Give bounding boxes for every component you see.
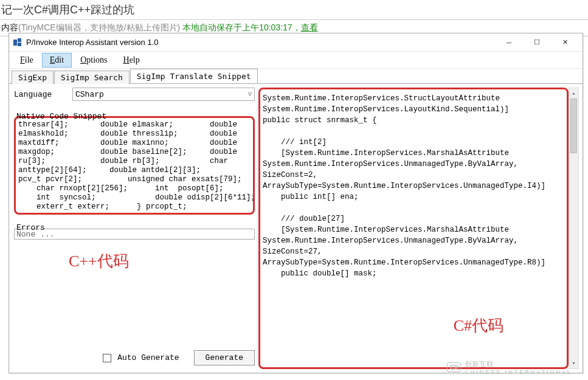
right-panel: System.Runtime.InteropServices.StructLay… [258,84,583,373]
svg-rect-2 [18,43,21,46]
view-link[interactable]: 查看 [301,22,318,32]
tab-sigexp[interactable]: SigExp [12,71,54,84]
autosave-text: 本地自动保存于上午10:03:17， [182,22,301,32]
annotation-cs: C#代码 [454,315,503,336]
tab-bar: SigExp SigImp Search SigImp Translate Sn… [9,69,583,83]
native-snippet-label: Native Code Snippet [15,112,256,121]
maximize-button[interactable]: ☐ [523,33,551,52]
page-title: 记一次C#调用C++踩过的坑 [0,0,588,20]
menubar: File Edit Options Help [9,52,583,69]
chevron-down-icon: ▽ [248,91,252,98]
svg-rect-0 [13,40,17,46]
watermark-en: CHINESE INTERNATIONAL [465,370,572,375]
tab-sigimp-search[interactable]: SigImp Search [54,71,130,84]
content-sub: (TinyMCE编辑器，支持拖放/粘贴上传图片) [18,22,182,32]
window-title: P/Invoke Interop Assistant version 1.0 [26,38,495,47]
minimize-button[interactable]: ─ [495,33,523,52]
vertical-scrollbar[interactable]: ▴ ▾ [569,88,579,369]
auto-generate-checkbox[interactable] [103,354,111,362]
left-panel: Language CSharp ▽ Native Code Snippet th… [9,84,258,373]
menu-help[interactable]: Help [116,54,147,67]
app-icon [13,38,22,47]
app-window: P/Invoke Interop Assistant version 1.0 ─… [9,33,583,373]
language-value: CSharp [75,90,104,99]
client-area: Language CSharp ▽ Native Code Snippet th… [9,83,583,373]
native-code-input[interactable]: thresar[4]; double elmaskar; double elma… [14,116,255,215]
svg-rect-1 [18,38,21,42]
watermark-cn: 创新互联 [465,360,494,368]
errors-label: Errors [15,223,256,232]
scroll-up-icon[interactable]: ▴ [569,88,578,98]
watermark: CX 创新互联 CHINESE INTERNATIONAL [447,359,572,375]
tab-sigimp-translate[interactable]: SigImp Translate Snippet [130,69,258,83]
language-select[interactable]: CSharp ▽ [72,88,255,101]
auto-generate-label: Auto Generate [117,353,179,362]
menu-file[interactable]: File [13,54,41,67]
annotation-cpp: C++代码 [69,250,129,272]
menu-edit[interactable]: Edit [42,53,72,67]
content-label: 内容 [1,22,18,32]
language-label: Language [14,90,72,99]
menu-options[interactable]: Options [73,54,114,67]
generate-button[interactable]: Generate [194,350,255,365]
output-code[interactable]: System.Runtime.InteropServices.StructLay… [258,88,569,369]
watermark-logo: CX [447,362,461,372]
scroll-thumb[interactable] [570,98,577,153]
titlebar: P/Invoke Interop Assistant version 1.0 ─… [9,33,583,52]
close-button[interactable]: ✕ [551,33,579,52]
